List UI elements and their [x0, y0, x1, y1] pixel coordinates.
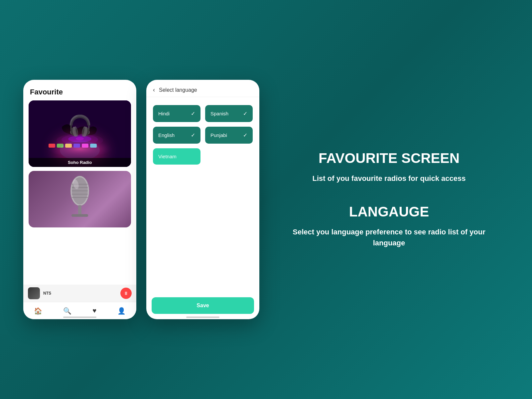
language-chip-english[interactable]: English ✓	[153, 127, 200, 144]
mic-image	[29, 171, 131, 227]
player-thumbnail	[28, 287, 40, 299]
dj-image	[29, 100, 131, 167]
svg-rect-7	[57, 144, 64, 148]
svg-rect-6	[49, 144, 55, 148]
svg-point-5	[76, 137, 84, 140]
profile-nav-icon[interactable]: 👤	[117, 307, 126, 315]
phone-language: ‹ Select language Hindi ✓ Spanish ✓ Engl…	[146, 80, 259, 319]
pause-button[interactable]: ⏸	[120, 288, 132, 299]
spanish-label: Spanish	[210, 111, 228, 116]
player-bar: NTS ⏸	[23, 285, 136, 302]
player-station-name: NTS	[43, 291, 117, 296]
soho-radio-card[interactable]: Soho Radio	[29, 100, 131, 167]
mic-svg	[60, 173, 100, 226]
vietnam-label: Vietnam	[158, 154, 177, 159]
svg-rect-9	[73, 144, 80, 148]
hindi-check-icon: ✓	[191, 110, 195, 117]
english-check-icon: ✓	[191, 132, 195, 138]
hindi-label: Hindi	[158, 111, 170, 116]
punjabi-check-icon: ✓	[243, 132, 247, 138]
fav-title: Favourite	[30, 88, 130, 96]
home-nav-icon[interactable]: 🏠	[34, 307, 42, 315]
home-indicator	[63, 317, 96, 318]
dj-svg	[29, 100, 131, 167]
favourites-nav-icon[interactable]: ♥	[92, 307, 96, 315]
main-container: Favourite	[23, 80, 509, 319]
home-indicator-2	[186, 317, 219, 318]
search-nav-icon[interactable]: 🔍	[63, 307, 71, 315]
mic-radio-card[interactable]	[29, 171, 131, 227]
spanish-check-icon: ✓	[243, 110, 247, 117]
section2-heading: LANGAUGE	[283, 204, 495, 220]
lang-screen-title: Select language	[159, 87, 197, 93]
language-chip-hindi[interactable]: Hindi ✓	[153, 105, 200, 122]
english-label: English	[158, 132, 175, 138]
svg-rect-20	[71, 214, 88, 217]
section1-desc: List of you favourite radios for quick a…	[283, 173, 495, 184]
punjabi-label: Punjabi	[210, 132, 227, 138]
language-chip-punjabi[interactable]: Punjabi ✓	[205, 127, 253, 144]
player-thumb-image	[28, 287, 40, 299]
section2-desc: Select you language preference to see ra…	[283, 226, 495, 248]
svg-rect-0	[29, 100, 131, 167]
language-chip-spanish[interactable]: Spanish ✓	[205, 105, 253, 122]
phone-favourite: Favourite	[23, 80, 136, 319]
fav-header: Favourite	[23, 80, 136, 100]
svg-rect-10	[82, 144, 88, 148]
section1-heading: FAVOURITE SCREEN	[283, 151, 495, 166]
info-panel: FAVOURITE SCREEN List of you favourite r…	[269, 137, 509, 261]
svg-rect-19	[78, 205, 81, 215]
soho-radio-label: Soho Radio	[29, 158, 131, 167]
lang-header: ‹ Select language	[146, 80, 259, 97]
svg-rect-11	[90, 144, 97, 148]
back-button[interactable]: ‹	[153, 86, 155, 93]
svg-rect-8	[65, 144, 72, 148]
language-grid: Hindi ✓ Spanish ✓ English ✓ Punjabi ✓ Vi…	[146, 97, 259, 173]
save-button[interactable]: Save	[152, 297, 254, 314]
language-chip-vietnam[interactable]: Vietnam	[153, 148, 200, 165]
